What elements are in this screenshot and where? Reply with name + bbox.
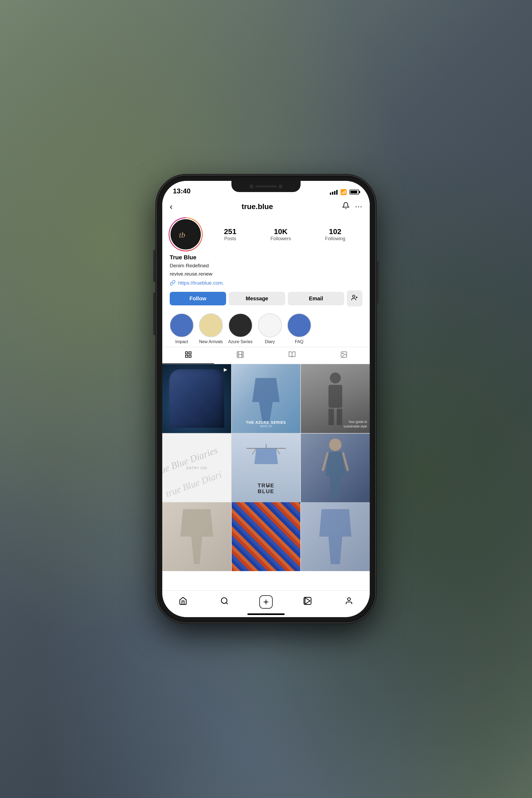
grid-partial-row (162, 502, 370, 571)
followers-stat[interactable]: 10K Followers (270, 227, 291, 242)
highlight-circle-new-arrivals (199, 314, 223, 337)
wifi-icon: 📶 (340, 189, 347, 195)
nav-add[interactable] (258, 594, 274, 610)
grid-post-1[interactable]: ► (162, 364, 231, 433)
grid-icon (185, 351, 192, 360)
story-highlights[interactable]: Impact New Arrivals Azure Series Diary (162, 311, 370, 347)
phone-frame: 13:40 📶 ‹ (154, 170, 378, 628)
add-post-button[interactable] (259, 595, 273, 609)
followers-count: 10K (270, 227, 291, 236)
highlight-circle-azure-series (228, 314, 252, 337)
tab-grid[interactable] (162, 347, 214, 364)
grid-post-8[interactable] (232, 502, 301, 571)
followers-label: Followers (270, 236, 291, 242)
status-icons: 📶 (330, 189, 359, 195)
azure-date: 09.07.24 (232, 424, 301, 428)
video-play-icon: ► (223, 366, 228, 373)
highlight-faq[interactable]: FAQ (287, 314, 311, 344)
tab-tagged[interactable] (318, 347, 370, 364)
nav-home[interactable] (175, 594, 191, 610)
home-icon (179, 597, 187, 607)
grid-post-3[interactable]: Your guide tosustainable style (301, 364, 370, 433)
status-time: 13:40 (173, 187, 191, 195)
speaker (255, 185, 277, 188)
add-friend-button[interactable] (347, 290, 362, 306)
posts-label: Posts (224, 236, 236, 242)
nav-reels[interactable] (300, 594, 316, 610)
svg-point-17 (342, 353, 343, 354)
notification-bell-icon[interactable] (342, 202, 349, 211)
follow-button[interactable]: Follow (170, 292, 226, 305)
highlight-new-arrivals[interactable]: New Arrivals (199, 314, 223, 344)
guide-icon (288, 351, 296, 360)
posts-stat[interactable]: 251 Posts (224, 227, 236, 242)
highlight-impact[interactable]: Impact (170, 314, 194, 344)
display-name: True Blue (170, 254, 362, 261)
profile-top: tb 251 Posts 10K Fo (170, 218, 362, 250)
grid-post-9[interactable] (301, 502, 370, 571)
link-icon (170, 280, 176, 286)
search-nav-icon (220, 597, 229, 607)
pants-silhouette (173, 509, 221, 564)
svg-point-1 (353, 295, 355, 298)
posts-count: 251 (224, 227, 236, 236)
svg-marker-35 (305, 598, 310, 604)
profile-stats: 251 Posts 10K Followers 102 Following (207, 227, 362, 242)
svg-point-28 (329, 438, 342, 451)
face-id-sensor (279, 185, 283, 188)
following-stat[interactable]: 102 Following (325, 227, 345, 242)
header-actions: ⋯ (342, 202, 362, 211)
front-camera (249, 185, 253, 188)
email-button[interactable]: Email (288, 292, 344, 305)
reels-icon (236, 351, 244, 360)
signal-icon (330, 189, 338, 195)
content-tabs (162, 347, 370, 364)
message-button[interactable]: Message (229, 292, 285, 305)
screen-content[interactable]: ‹ true.blue ⋯ (162, 197, 370, 590)
svg-rect-7 (189, 355, 191, 357)
svg-text:tb: tb (179, 230, 185, 239)
grid-post-7[interactable] (162, 502, 231, 571)
grid-post-4[interactable]: true Blue Diaries true Blue Diari ENTRY … (162, 434, 231, 502)
home-indicator (247, 613, 285, 615)
bottom-navigation (162, 590, 370, 617)
grid-post-2[interactable]: THE AZURE SERIES 09.07.24 (232, 364, 301, 433)
person-silhouette (318, 371, 353, 426)
svg-line-32 (226, 603, 228, 604)
reels-nav-icon (303, 597, 312, 607)
following-count: 102 (325, 227, 345, 236)
grid-post-5[interactable]: TRU̶EBLUE (232, 434, 301, 502)
nav-search[interactable] (216, 594, 232, 610)
profile-info: True Blue Denim Redefined revive.reuse.r… (170, 254, 362, 286)
action-buttons: Follow Message Email (170, 290, 362, 306)
highlight-label-azure-series: Azure Series (228, 339, 253, 344)
photo-grid: ► THE AZURE SERIES 09.07.24 (162, 364, 370, 502)
profile-link[interactable]: https://trueblue.com. (170, 280, 362, 286)
tab-reels[interactable] (214, 347, 266, 364)
nav-profile[interactable] (341, 594, 357, 610)
jeans-silhouette (245, 375, 286, 423)
azure-series-label: THE AZURE SERIES (232, 420, 301, 424)
svg-point-18 (330, 373, 341, 383)
svg-rect-19 (328, 385, 342, 408)
svg-point-31 (221, 598, 227, 603)
back-button[interactable]: ‹ (170, 202, 173, 211)
highlight-azure-series[interactable]: Azure Series (228, 314, 253, 344)
website-url[interactable]: https://trueblue.com. (178, 280, 224, 286)
highlight-diary[interactable]: Diary (258, 314, 282, 344)
svg-rect-6 (185, 355, 188, 357)
avatar: tb (171, 219, 201, 249)
avatar-wrap[interactable]: tb (170, 218, 202, 250)
svg-point-37 (348, 598, 350, 601)
sustainable-text: Your guide tosustainable style (304, 420, 367, 429)
woman-silhouette (315, 437, 356, 499)
tagged-icon (340, 351, 348, 360)
bio-line2: revive.reuse.renew (170, 270, 362, 278)
bio-line1: Denim Redefined (170, 262, 362, 270)
highlight-circle-diary (258, 314, 282, 337)
grid-post-6[interactable] (301, 434, 370, 502)
tab-guide[interactable] (266, 347, 318, 364)
true-blue-grid-text: TRU̶EBLUE (258, 482, 274, 494)
more-options-icon[interactable]: ⋯ (355, 202, 362, 211)
profile-header: ‹ true.blue ⋯ (162, 197, 370, 216)
